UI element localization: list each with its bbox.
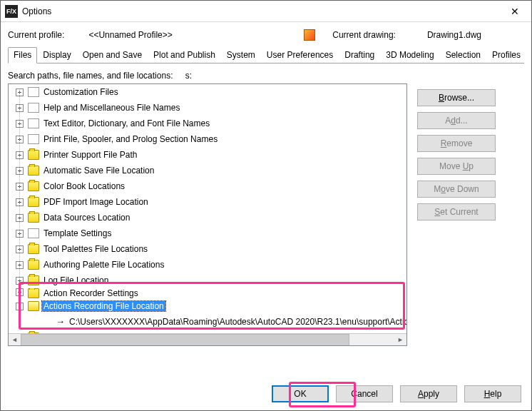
tree-node[interactable]: +Customization Files bbox=[9, 84, 406, 100]
drawing-icon bbox=[304, 29, 315, 41]
scroll-right-icon[interactable]: ► bbox=[394, 334, 406, 346]
folder-icon bbox=[28, 260, 39, 270]
tree-node-label: Action Recorder Settings bbox=[42, 288, 140, 298]
file-icon bbox=[28, 87, 39, 97]
folder-open-icon bbox=[28, 301, 39, 311]
tree-node[interactable]: +Tool Palettes File Locations bbox=[9, 241, 406, 257]
help-button[interactable]: Help bbox=[464, 385, 521, 402]
folder-icon bbox=[28, 275, 39, 285]
bottom-bar: OK Cancel Apply Help bbox=[1, 377, 531, 410]
tree-node-label: Help and Miscellaneous File Names bbox=[42, 103, 181, 113]
app-icon: F/X bbox=[5, 5, 18, 18]
folder-icon bbox=[28, 181, 39, 191]
browse-button[interactable]: Browse... bbox=[417, 89, 496, 106]
folder-icon bbox=[28, 197, 39, 207]
tab-3d-modeling[interactable]: 3D Modeling bbox=[380, 47, 439, 64]
file-icon bbox=[28, 103, 39, 113]
tree-node-label: Text Editor, Dictionary, and Font File N… bbox=[42, 118, 211, 128]
file-icon bbox=[28, 134, 39, 144]
tree-node[interactable]: +Text Editor, Dictionary, and Font File … bbox=[9, 116, 406, 131]
tree-node[interactable]: +Automatic Save File Location bbox=[9, 163, 406, 178]
tab-profiles[interactable]: Profiles bbox=[486, 47, 526, 64]
tab-drafting[interactable]: Drafting bbox=[339, 47, 380, 64]
tree-node-label: Tool Palettes File Locations bbox=[42, 244, 149, 254]
tree-node[interactable]: +Printer Support File Path bbox=[9, 147, 406, 163]
tree-node[interactable]: +Data Sources Location bbox=[9, 210, 406, 225]
tree-node-label: Automatic Save File Location bbox=[42, 166, 155, 176]
tree-node-label: C:\Users\XXXXXXX\AppData\Roaming\Autodes… bbox=[68, 317, 406, 327]
tree-node[interactable]: +Authoring Palette File Locations bbox=[9, 257, 406, 273]
tree-node[interactable]: +Color Book Locations bbox=[9, 178, 406, 194]
tab-system[interactable]: System bbox=[221, 47, 261, 64]
folder-icon bbox=[28, 150, 39, 160]
side-buttons: Browse... Add... Remove Move Up Move Dow… bbox=[417, 89, 496, 375]
file-icon bbox=[28, 228, 39, 238]
options-dialog: F/X Options ✕ Current profile: <<Unnamed… bbox=[0, 0, 532, 411]
profile-value: <<Unnamed Profile>> bbox=[88, 30, 172, 40]
tree-node[interactable]: +Help and Miscellaneous File Names bbox=[9, 100, 406, 116]
tab-open-and-save[interactable]: Open and Save bbox=[77, 47, 148, 64]
scroll-thumb[interactable] bbox=[21, 334, 349, 346]
scroll-left-icon[interactable]: ◄ bbox=[9, 334, 21, 346]
tab-user-preferences[interactable]: User Preferences bbox=[261, 47, 339, 64]
pane-label: Search paths, file names, and file locat… bbox=[8, 71, 524, 81]
tree-node-label: Actions Recording File Location bbox=[42, 301, 165, 311]
profile-label: Current profile: bbox=[8, 30, 64, 40]
tree-node-label: Customization Files bbox=[42, 87, 120, 97]
tree-node[interactable]: →C:\Users\XXXXXXX\AppData\Roaming\Autode… bbox=[9, 314, 406, 330]
remove-button[interactable]: Remove bbox=[417, 135, 496, 152]
apply-button[interactable]: Apply bbox=[400, 385, 457, 402]
cancel-button[interactable]: Cancel bbox=[336, 385, 393, 402]
tree-node-label: Color Book Locations bbox=[42, 181, 126, 191]
tab-plot-and-publish[interactable]: Plot and Publish bbox=[148, 47, 221, 64]
tree-node-label: Authoring Palette File Locations bbox=[42, 260, 165, 270]
titlebar: F/X Options ✕ bbox=[1, 1, 531, 22]
tree-node[interactable]: +Log File Location bbox=[9, 273, 406, 288]
tree-node-label: Log File Location bbox=[42, 275, 110, 285]
tree-node[interactable]: +Template Settings bbox=[9, 225, 406, 241]
movedown-button[interactable]: Move Down bbox=[417, 181, 496, 198]
close-button[interactable]: ✕ bbox=[498, 1, 531, 22]
folder-icon bbox=[28, 213, 39, 223]
tree-node[interactable]: +Action Recorder Settings bbox=[9, 288, 406, 298]
file-icon bbox=[28, 118, 39, 128]
tree-node-label: Printer Support File Path bbox=[42, 150, 138, 160]
profile-row: Current profile: <<Unnamed Profile>> Cur… bbox=[8, 28, 524, 42]
drawing-label: Current drawing: bbox=[332, 30, 396, 40]
ok-button[interactable]: OK bbox=[272, 385, 329, 402]
tab-selection[interactable]: Selection bbox=[440, 47, 486, 64]
tabstrip: FilesDisplayOpen and SavePlot and Publis… bbox=[8, 46, 524, 64]
tree-node-label: Template Settings bbox=[42, 228, 113, 238]
tab-files[interactable]: Files bbox=[8, 47, 37, 64]
folder-icon bbox=[28, 288, 39, 298]
tree-node[interactable]: -Actions Recording File Location bbox=[9, 298, 406, 314]
tab-display[interactable]: Display bbox=[37, 47, 76, 64]
tree-view[interactable]: +Customization Files+Help and Miscellane… bbox=[8, 83, 407, 346]
folder-icon bbox=[28, 244, 39, 254]
tree-node-label: PDF Import Image Location bbox=[42, 197, 150, 207]
tree-node-label: Print File, Spooler, and Prolog Section … bbox=[42, 134, 219, 144]
drawing-value: Drawing1.dwg bbox=[427, 30, 481, 40]
tree-node[interactable]: +Print File, Spooler, and Prolog Section… bbox=[9, 131, 406, 147]
add-button[interactable]: Add... bbox=[417, 112, 496, 129]
tree-node-label: Data Sources Location bbox=[42, 213, 131, 223]
tree-node[interactable]: +PDF Import Image Location bbox=[9, 194, 406, 210]
h-scrollbar[interactable]: ◄ ► bbox=[9, 333, 406, 345]
setcurrent-button[interactable]: Set Current bbox=[417, 203, 496, 220]
folder-icon bbox=[28, 166, 39, 176]
moveup-button[interactable]: Move Up bbox=[417, 158, 496, 175]
tree-node[interactable]: +Additional Actions Reading File Locatie… bbox=[9, 330, 406, 333]
path-arrow-icon: → bbox=[56, 317, 65, 327]
window-title: Options bbox=[22, 6, 51, 16]
